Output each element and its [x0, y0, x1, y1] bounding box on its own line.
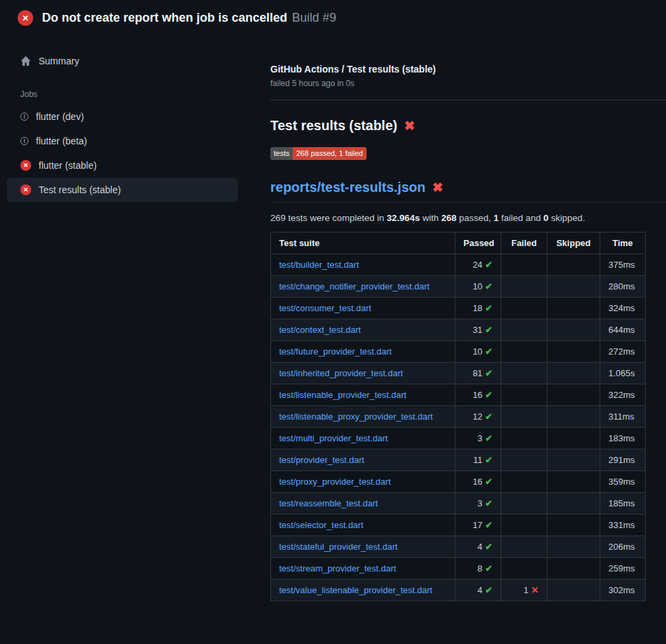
passed-count: 31 — [473, 325, 482, 335]
table-row: test/selector_test.dart17✔331ms — [271, 515, 646, 536]
summary-failed-count: 1 — [494, 213, 499, 223]
skipped-cell — [547, 558, 600, 580]
test-suite-link[interactable]: test/proxy_provider_test.dart — [279, 477, 391, 487]
passed-count: 10 — [473, 281, 482, 291]
skipped-cell — [547, 428, 600, 449]
cancelled-circle-icon: ! — [20, 113, 28, 121]
test-suite-link[interactable]: test/selector_test.dart — [279, 520, 363, 530]
run-header: ✕ Do not create report when job is cance… — [0, 0, 666, 34]
summary-skipped-count: 0 — [543, 213, 549, 223]
skipped-cell — [547, 580, 600, 601]
check-icon: ✔ — [485, 520, 493, 530]
jobs-list: !flutter (dev)!flutter (beta)✕flutter (s… — [7, 104, 238, 202]
passed-count: 18 — [473, 303, 482, 313]
test-suite-link[interactable]: test/context_test.dart — [279, 325, 361, 335]
time-cell: 272ms — [600, 341, 646, 363]
test-suite-link[interactable]: test/consumer_test.dart — [279, 303, 371, 313]
time-cell: 185ms — [600, 493, 646, 515]
test-suite-cell: test/value_listenable_provider_test.dart — [271, 580, 455, 601]
failed-cell — [501, 558, 547, 580]
time-cell: 302ms — [600, 580, 646, 601]
table-row: test/change_notifier_provider_test.dart1… — [271, 276, 646, 298]
passed-cell: 4✔ — [455, 580, 501, 601]
table-row: test/stream_provider_test.dart8✔259ms — [271, 558, 646, 580]
passed-cell: 24✔ — [455, 254, 501, 276]
badge-label: tests — [270, 147, 293, 160]
table-row: test/builder_test.dart24✔375ms — [271, 254, 646, 276]
failed-cell: 1✕ — [501, 580, 547, 601]
summary-text: with — [420, 213, 442, 223]
test-suite-cell: test/provider_test.dart — [271, 449, 455, 471]
failed-count: 1 — [524, 585, 528, 595]
test-suite-link[interactable]: test/provider_test.dart — [279, 455, 365, 465]
table-row: test/consumer_test.dart18✔324ms — [271, 298, 646, 319]
time-cell: 359ms — [600, 471, 646, 493]
test-suite-cell: test/consumer_test.dart — [271, 298, 455, 319]
passed-cell: 16✔ — [455, 384, 501, 406]
sidebar-item-flutter-beta[interactable]: !flutter (beta) — [7, 129, 238, 153]
check-icon: ✔ — [485, 433, 493, 443]
test-suite-link[interactable]: test/value_listenable_provider_test.dart — [279, 585, 432, 595]
run-title-text: Do not create report when job is cancell… — [42, 11, 287, 24]
skipped-cell — [547, 319, 600, 341]
passed-count: 16 — [473, 390, 482, 400]
run-title: Do not create report when job is cancell… — [42, 11, 336, 25]
table-row: test/provider_test.dart11✔291ms — [271, 449, 646, 471]
sidebar-item-flutter-dev[interactable]: !flutter (dev) — [7, 104, 238, 129]
passed-count: 16 — [473, 477, 482, 487]
sidebar-item-flutter-stable[interactable]: ✕flutter (stable) — [7, 153, 238, 178]
failed-cell — [501, 319, 547, 341]
report-title: reports/test-results.json ✖ — [270, 180, 666, 203]
test-suite-cell: test/builder_test.dart — [271, 254, 455, 276]
check-icon: ✔ — [485, 542, 493, 552]
breadcrumb: GitHub Actions / Test results (stable) — [270, 64, 666, 75]
time-cell: 206ms — [600, 536, 646, 558]
test-suite-link[interactable]: test/multi_provider_test.dart — [279, 433, 388, 443]
cancelled-circle-icon: ! — [20, 137, 28, 145]
sidebar-item-summary[interactable]: Summary — [7, 49, 238, 73]
check-title-text: Test results (stable) — [270, 118, 397, 134]
test-suite-cell: test/future_provider_test.dart — [271, 341, 455, 363]
passed-cell: 3✔ — [455, 493, 501, 515]
test-suite-link[interactable]: test/listenable_provider_test.dart — [279, 390, 407, 400]
report-link[interactable]: reports/test-results.json — [270, 180, 425, 195]
test-suite-link[interactable]: test/builder_test.dart — [279, 260, 359, 270]
check-icon: ✔ — [485, 455, 493, 465]
summary-text: skipped. — [549, 213, 585, 223]
test-suite-link[interactable]: test/inherited_provider_test.dart — [279, 368, 403, 378]
failed-x-icon: ✖ — [432, 181, 443, 194]
x-circle-icon: ✕ — [20, 184, 31, 195]
test-suite-cell: test/selector_test.dart — [271, 515, 455, 536]
table-row: test/value_listenable_provider_test.dart… — [271, 580, 646, 601]
table-row: test/context_test.dart31✔644ms — [271, 319, 646, 341]
job-label: flutter (dev) — [36, 111, 84, 122]
column-header-skipped: Skipped — [547, 233, 600, 254]
test-suite-cell: test/proxy_provider_test.dart — [271, 471, 455, 493]
home-icon — [20, 56, 31, 66]
failed-cell — [501, 493, 547, 515]
skipped-cell — [547, 384, 600, 406]
skipped-cell — [547, 341, 600, 363]
sidebar-item-test-results-stable[interactable]: ✕Test results (stable) — [7, 178, 238, 202]
passed-cell: 8✔ — [455, 558, 501, 580]
passed-cell: 31✔ — [455, 319, 501, 341]
passed-cell: 10✔ — [455, 276, 501, 298]
status-line: failed 5 hours ago in 0s — [270, 79, 666, 88]
check-icon: ✔ — [485, 411, 493, 422]
table-row: test/listenable_provider_test.dart16✔322… — [271, 384, 646, 406]
check-icon: ✔ — [485, 303, 493, 313]
tests-badge: tests 268 passed, 1 failed — [270, 147, 367, 160]
test-suite-cell: test/inherited_provider_test.dart — [271, 363, 455, 384]
test-suite-link[interactable]: test/stateful_provider_test.dart — [279, 542, 398, 552]
passed-count: 10 — [473, 346, 482, 357]
test-suite-link[interactable]: test/future_provider_test.dart — [279, 346, 392, 357]
test-suite-link[interactable]: test/reassemble_test.dart — [279, 498, 378, 508]
test-suite-link[interactable]: test/stream_provider_test.dart — [279, 563, 396, 573]
time-cell: 259ms — [600, 558, 646, 580]
test-suite-link[interactable]: test/listenable_proxy_provider_test.dart — [279, 411, 433, 422]
failed-cell — [501, 515, 547, 536]
test-suite-link[interactable]: test/change_notifier_provider_test.dart — [279, 281, 430, 291]
test-suite-cell: test/listenable_proxy_provider_test.dart — [271, 406, 455, 428]
test-suite-cell: test/multi_provider_test.dart — [271, 428, 455, 449]
table-row: test/reassemble_test.dart3✔185ms — [271, 493, 646, 515]
